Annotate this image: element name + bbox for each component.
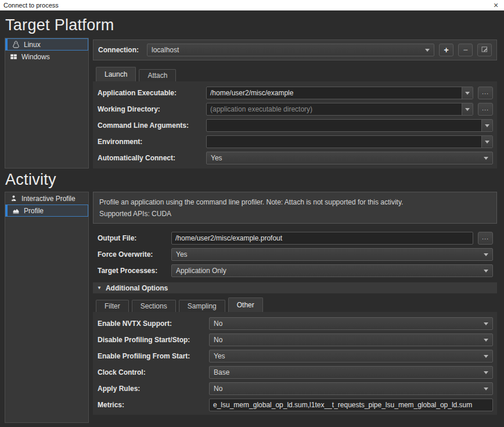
chevron-down-icon[interactable] [481, 120, 492, 131]
form-row: Output File: /home/user2/misc/example.pr… [98, 232, 493, 245]
force-overwrite-dropdown[interactable]: Yes [171, 248, 493, 261]
chevron-down-icon [425, 49, 430, 52]
tab-sampling[interactable]: Sampling [179, 300, 225, 312]
browse-executable-button[interactable]: ... [478, 87, 493, 99]
add-connection-button[interactable]: + [439, 44, 453, 56]
browse-directory-button[interactable]: ... [478, 103, 493, 116]
automatically-connect-dropdown[interactable]: Yes [206, 152, 493, 164]
activity-item-interactive-profile[interactable]: Interactive Profile [5, 192, 88, 204]
linux-penguin-icon [12, 41, 20, 49]
form-row: Working Directory: (application executab… [98, 103, 493, 116]
environment-combobox[interactable] [206, 135, 493, 148]
additional-options-tabbar: Filter Sections Sampling Other [93, 297, 497, 312]
activity-item-profile[interactable]: Profile [5, 204, 88, 217]
apply-rules-label: Apply Rules: [98, 385, 209, 393]
activity-list: Interactive Profile Profile [5, 192, 89, 423]
automatically-connect-value: Yes [211, 154, 222, 162]
form-row: Metrics: e_lsu_mem_global_op_ld.sum,l1te… [98, 399, 493, 411]
target-processes-dropdown[interactable]: Application Only [171, 264, 493, 277]
command-line-arguments-value [207, 120, 481, 131]
apply-rules-dropdown[interactable]: No [209, 382, 493, 395]
command-line-arguments-combobox[interactable] [206, 119, 493, 132]
enable-nvtx-support-label: Enable NVTX Support: [98, 320, 209, 328]
browse-output-file-button[interactable]: ... [478, 232, 493, 245]
tab-filter[interactable]: Filter [96, 300, 129, 312]
output-file-value: /home/user2/misc/example.profout [175, 234, 282, 242]
window-titlebar: Connect to process × [0, 0, 504, 10]
connection-dropdown[interactable]: localhost [147, 44, 434, 56]
disable-profiling-start-stop-label: Disable Profiling Start/Stop: [98, 336, 209, 344]
other-tab-pane: Enable NVTX Support: No Disable Profilin… [93, 312, 497, 415]
tab-attach[interactable]: Attach [139, 69, 176, 81]
environment-label: Environment: [98, 138, 206, 146]
form-row: Enable NVTX Support: No [98, 317, 493, 330]
chevron-down-icon [484, 371, 488, 374]
form-row: Apply Rules: No [98, 382, 493, 395]
metrics-label: Metrics: [98, 401, 209, 409]
application-executable-value: /home/user2/misc/example [207, 87, 462, 99]
edit-pencil-icon [481, 45, 488, 55]
command-line-arguments-label: Command Line Arguments: [98, 121, 206, 130]
platform-item-windows[interactable]: Windows [5, 51, 88, 63]
metrics-value: e_lsu_mem_global_op_ld.sum,l1tex__t_requ… [213, 401, 472, 409]
chevron-down-icon[interactable] [462, 103, 473, 115]
form-row: Environment: [98, 135, 493, 148]
enable-nvtx-support-value: No [214, 320, 222, 328]
activity-item-label: Profile [24, 207, 44, 215]
connection-label: Connection: [98, 46, 142, 54]
clock-control-label: Clock Control: [98, 368, 209, 376]
enable-profiling-from-start-value: Yes [214, 352, 225, 360]
disable-profiling-start-stop-value: No [214, 336, 222, 344]
application-executable-combobox[interactable]: /home/user2/misc/example [206, 87, 473, 99]
target-processes-value: Application Only [176, 267, 226, 275]
activity-description-line1: Profile an application using the command… [99, 196, 491, 208]
metrics-input[interactable]: e_lsu_mem_global_op_ld.sum,l1tex__t_requ… [209, 399, 493, 411]
enable-profiling-from-start-dropdown[interactable]: Yes [209, 350, 493, 363]
output-file-input[interactable]: /home/user2/misc/example.profout [171, 232, 473, 245]
tab-sections[interactable]: Sections [132, 300, 176, 312]
tab-launch[interactable]: Launch [96, 67, 136, 81]
windows-logo-icon [9, 53, 17, 61]
form-row: Disable Profiling Start/Stop: No [98, 333, 493, 346]
tab-other[interactable]: Other [228, 297, 263, 312]
working-directory-placeholder: (application executable directory) [207, 103, 462, 115]
form-row: Automatically Connect: Yes [98, 152, 493, 164]
force-overwrite-value: Yes [176, 250, 188, 259]
chevron-down-icon [484, 339, 488, 342]
additional-options-label: Additional Options [106, 284, 168, 292]
form-row: Target Processes: Application Only [98, 264, 493, 277]
target-platform-heading: Target Platform [5, 16, 114, 34]
automatically-connect-label: Automatically Connect: [98, 154, 206, 162]
working-directory-label: Working Directory: [98, 105, 206, 113]
activity-description: Profile an application using the command… [93, 192, 497, 224]
histogram-chart-icon [12, 207, 20, 215]
force-overwrite-label: Force Overwrite: [98, 250, 171, 259]
target-processes-label: Target Processes: [98, 267, 171, 275]
close-icon[interactable]: × [491, 1, 501, 9]
connection-panel: Connection: localhost + − [93, 40, 497, 60]
disable-profiling-start-stop-dropdown[interactable]: No [209, 333, 493, 346]
remove-connection-button[interactable]: − [458, 44, 473, 56]
additional-options-expander[interactable]: ▼ Additional Options [93, 282, 497, 293]
chevron-down-icon [484, 253, 488, 256]
chevron-down-icon [484, 322, 488, 325]
chevron-down-icon [484, 270, 488, 272]
form-row: Enable Profiling From Start: Yes [98, 350, 493, 363]
activity-form: Output File: /home/user2/misc/example.pr… [93, 232, 497, 277]
activity-item-label: Interactive Profile [21, 195, 75, 203]
environment-value [207, 136, 481, 148]
edit-connection-button[interactable] [477, 44, 492, 56]
application-executable-label: Application Executable: [98, 89, 206, 97]
enable-nvtx-support-dropdown[interactable]: No [209, 317, 493, 330]
launch-attach-tabbar: Launch Attach [93, 67, 497, 81]
activity-panel: Profile an application using the command… [93, 192, 497, 423]
activity-heading: Activity [5, 171, 56, 189]
chevron-down-icon[interactable] [462, 87, 473, 99]
chevron-down-icon[interactable] [481, 136, 492, 148]
output-file-label: Output File: [98, 234, 171, 242]
working-directory-combobox[interactable]: (application executable directory) [206, 103, 473, 116]
platform-item-linux[interactable]: Linux [5, 38, 88, 51]
clock-control-dropdown[interactable]: Base [209, 366, 493, 379]
form-row: Application Executable: /home/user2/misc… [98, 87, 493, 99]
enable-profiling-from-start-label: Enable Profiling From Start: [98, 352, 209, 360]
